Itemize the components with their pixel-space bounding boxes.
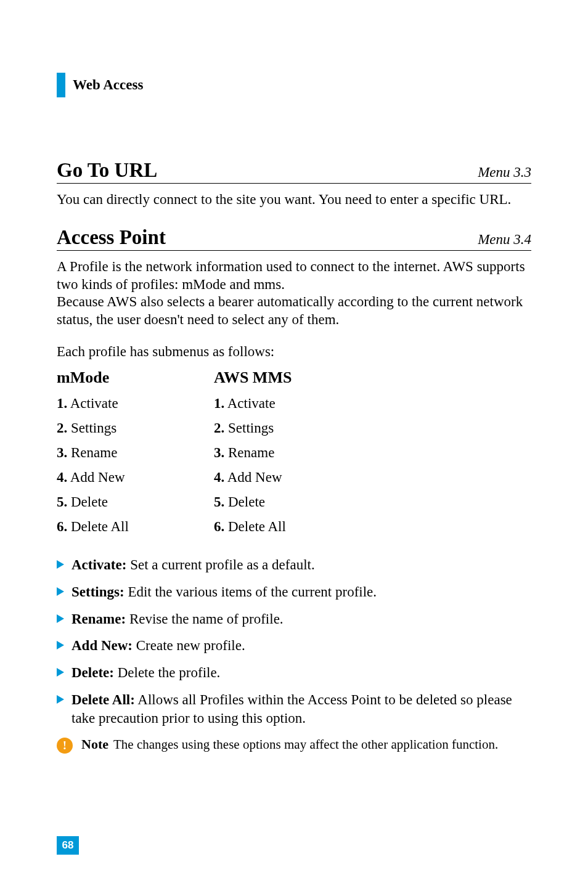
section-body: You can directly connect to the site you… [57,191,531,209]
triangle-icon [57,614,64,623]
list-item: 6. Delete All [57,519,177,535]
page-number: 68 [57,836,79,855]
list-item: 4. Add New [57,470,177,486]
section-heading-go-to-url: Go To URL Menu 3.3 [57,159,531,184]
triangle-icon [57,641,64,649]
list-item: 5. Delete [214,494,334,510]
header-title: Web Access [73,77,143,93]
list-item: 2. Settings [57,420,177,436]
bullet-item: Settings: Edit the various items of the … [57,583,531,601]
list-item: 4. Add New [214,470,334,486]
alert-icon: ! [57,738,73,754]
list-item: 1. Activate [57,396,177,412]
list-item: 2. Settings [214,420,334,436]
note-label: Note [81,736,108,752]
submenu-intro: Each profile has submenus as follows: [57,344,531,360]
list-item: 1. Activate [214,396,334,412]
triangle-icon [57,560,64,569]
menu-label: Menu 3.4 [478,232,531,248]
section-title: Go To URL [57,159,157,182]
header-accent-bar [57,73,65,97]
menu-label: Menu 3.3 [478,165,531,181]
column-header: mMode [57,368,177,387]
note-row: ! NoteThe changes using these options ma… [57,736,531,754]
bullet-item: Rename: Revise the name of profile. [57,610,531,629]
list-item: 5. Delete [57,494,177,510]
section-body-para1: A Profile is the network information use… [57,258,531,294]
triangle-icon [57,695,64,704]
section-title: Access Point [57,226,166,249]
bullet-item: Add New: Create new profile. [57,637,531,655]
list-item: 3. Rename [214,445,334,461]
list-item: 6. Delete All [214,519,334,535]
column-mmode: mMode 1. Activate 2. Settings 3. Rename … [57,368,177,543]
bullet-item: Delete: Delete the profile. [57,664,531,682]
profile-columns: mMode 1. Activate 2. Settings 3. Rename … [57,368,531,543]
triangle-icon [57,668,64,677]
section-heading-access-point: Access Point Menu 3.4 [57,226,531,251]
column-header: AWS MMS [214,368,334,387]
note-text: The changes using these options may affe… [113,737,498,752]
list-item: 3. Rename [57,445,177,461]
bullet-list: Activate: Set a current profile as a def… [57,556,531,728]
triangle-icon [57,587,64,596]
column-aws-mms: AWS MMS 1. Activate 2. Settings 3. Renam… [214,368,334,543]
section-body-para2: Because AWS also selects a bearer automa… [57,293,531,329]
bullet-item: Activate: Set a current profile as a def… [57,556,531,574]
bullet-item: Delete All: Allows all Profiles within t… [57,691,531,728]
page-header: Web Access [57,73,531,97]
